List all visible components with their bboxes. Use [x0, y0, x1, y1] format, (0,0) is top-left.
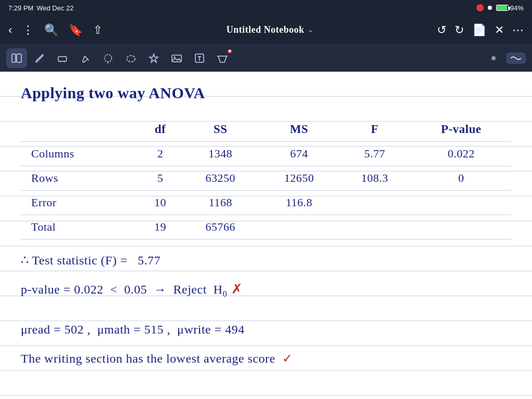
means-text: μread = 502 , μmath = 515 , μwrite = 494: [21, 323, 245, 336]
status-left: 7:29 PM Wed Dec 22: [8, 4, 74, 12]
image-tool-icon: [171, 52, 182, 64]
row-label-total: Total: [21, 215, 139, 240]
row-total-ms: [260, 215, 338, 240]
svg-rect-5: [172, 55, 181, 62]
row-rows-f: 108.3: [338, 166, 411, 191]
reject-mark: ✗: [231, 282, 243, 297]
status-right: 94%: [476, 4, 524, 12]
time: 7:29 PM: [8, 4, 33, 12]
nav-right: ↺ ↻ 📄 ✕ ⋯: [437, 23, 524, 37]
col-header-f: F: [338, 117, 411, 142]
title-dropdown-icon[interactable]: ⌄: [308, 26, 313, 34]
svg-rect-2: [58, 57, 66, 61]
star-tool-icon: [148, 52, 159, 64]
table-row: Rows 5 63250 12650 108.3 0: [21, 166, 511, 191]
svg-point-4: [127, 56, 135, 62]
text-tool-icon: [194, 52, 205, 64]
redo-icon[interactable]: ↻: [455, 23, 464, 37]
eraser-tool-button[interactable]: [52, 48, 73, 68]
row-total-ss: 65766: [181, 215, 260, 240]
svg-rect-1: [17, 54, 21, 62]
row-columns-ss: 1348: [181, 142, 260, 166]
test-statistic-note: ∴ Test statistic (F) = 5.77: [21, 248, 511, 273]
battery-icon: 94%: [496, 4, 524, 12]
eraser-tool-icon: [57, 52, 68, 64]
row-error-ss: 1168: [181, 191, 260, 215]
star-tool-button[interactable]: [143, 48, 164, 68]
svg-rect-0: [12, 54, 16, 62]
row-rows-pvalue: 0: [411, 166, 511, 191]
pvalue-note: p-value = 0.022 < 0.05 → Reject H0✗: [21, 277, 511, 307]
row-error-f: [338, 191, 411, 215]
date: Wed Dec 22: [36, 4, 73, 12]
lasso-tool-button[interactable]: [98, 48, 118, 68]
table-row: Total 19 65766: [21, 215, 511, 240]
highlighter-tool-button[interactable]: [75, 48, 96, 68]
table-row: Error 10 1168 116.8: [21, 191, 511, 215]
notebook-content: Applying two way ANOVA df SS MS F P-valu…: [0, 72, 532, 399]
col-header-pvalue: P-value: [411, 117, 511, 142]
anova-table: df SS MS F P-value Columns 2 1348 674 5.…: [21, 117, 511, 240]
wave-tool-button[interactable]: [506, 52, 526, 64]
circle-select-button[interactable]: [121, 48, 141, 68]
svg-point-3: [104, 55, 112, 62]
row-columns-pvalue: 0.022: [411, 142, 511, 166]
means-note: μread = 502 , μmath = 515 , μwrite = 494: [21, 317, 511, 342]
row-columns-df: 2: [139, 142, 181, 166]
notebook-title-area[interactable]: Untitled Notebook ⌄: [227, 24, 313, 35]
battery-percent: 94%: [510, 4, 524, 12]
pvalue-text: p-value = 0.022 < 0.05 → Reject H: [21, 283, 223, 296]
test-statistic-text: ∴ Test statistic (F) = 5.77: [21, 254, 161, 267]
more-icon[interactable]: ⋯: [512, 23, 524, 37]
lined-paper: Applying two way ANOVA df SS MS F P-valu…: [0, 72, 532, 399]
lasso-tool-icon: [102, 52, 114, 64]
row-error-pvalue: [411, 191, 511, 215]
conclusion-text: The writing section has the lowest avera…: [21, 352, 292, 365]
close-icon[interactable]: ✕: [495, 23, 504, 37]
pencil-tool-button[interactable]: [29, 48, 50, 68]
col-header-df: df: [139, 117, 181, 142]
nav-left: ‹ ⋮ 🔍 🔖 ⇧: [8, 23, 102, 37]
grid-icon[interactable]: ⋮: [22, 23, 34, 37]
col-header-ss: SS: [181, 117, 260, 142]
row-error-ms: 116.8: [260, 191, 338, 215]
row-rows-ss: 63250: [181, 166, 260, 191]
row-label-columns: Columns: [21, 142, 139, 166]
record-dot-icon: [476, 4, 484, 11]
wave-icon: [510, 55, 522, 62]
pencil-tool-icon: [34, 52, 45, 64]
highlighter-tool-icon: [79, 52, 91, 64]
col-header-label: [21, 117, 139, 142]
undo-icon[interactable]: ↺: [437, 23, 446, 37]
status-bar: 7:29 PM Wed Dec 22 94%: [0, 0, 532, 16]
row-error-df: 10: [139, 191, 181, 215]
back-button[interactable]: ‹: [8, 23, 12, 37]
sidebar-tool-button[interactable]: [6, 48, 27, 68]
row-total-df: 19: [139, 215, 181, 240]
erase-all-button[interactable]: ✱: [212, 48, 233, 68]
top-nav: ‹ ⋮ 🔍 🔖 ⇧ Untitled Notebook ⌄ ↺ ↻ 📄 ✕ ⋯: [0, 16, 532, 45]
table-header-row: df SS MS F P-value: [21, 117, 511, 142]
row-label-error: Error: [21, 191, 139, 215]
row-rows-ms: 12650: [260, 166, 338, 191]
share-icon[interactable]: ⇧: [93, 23, 102, 37]
text-tool-button[interactable]: [189, 48, 210, 68]
circle-select-icon: [125, 52, 137, 64]
bookmark-icon[interactable]: 🔖: [69, 23, 83, 37]
conclusion-note: The writing section has the lowest avera…: [21, 346, 511, 371]
notes-section: ∴ Test statistic (F) = 5.77 p-value = 0.…: [21, 248, 511, 371]
row-columns-ms: 674: [260, 142, 338, 166]
page-title: Applying two way ANOVA: [21, 84, 511, 102]
row-rows-df: 5: [139, 166, 181, 191]
row-total-pvalue: [411, 215, 511, 240]
row-total-f: [338, 215, 411, 240]
table-row: Columns 2 1348 674 5.77 0.022: [21, 142, 511, 166]
dot-indicator: [491, 56, 496, 60]
image-tool-button[interactable]: [166, 48, 187, 68]
sidebar-tool-icon: [11, 52, 22, 64]
row-label-rows: Rows: [21, 166, 139, 191]
search-icon[interactable]: 🔍: [44, 23, 58, 37]
row-columns-f: 5.77: [338, 142, 411, 166]
toolbar: ✱: [0, 45, 532, 72]
page-icon[interactable]: 📄: [472, 23, 486, 37]
